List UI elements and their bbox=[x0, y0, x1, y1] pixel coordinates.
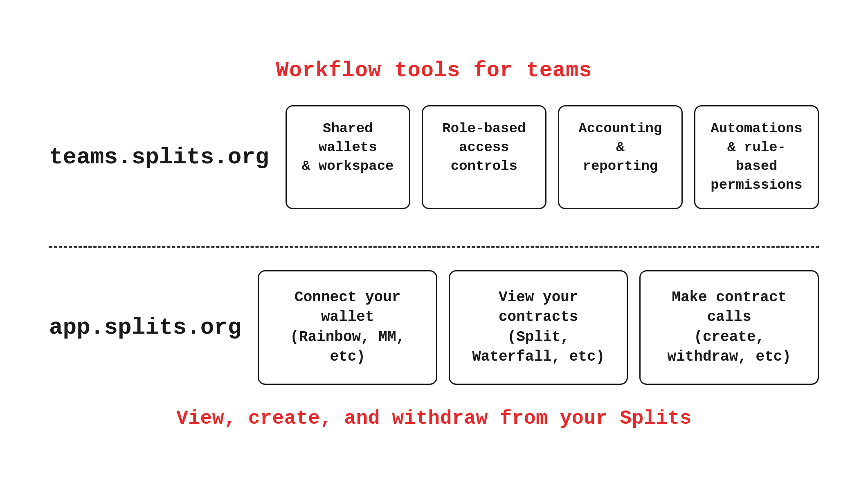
app-features-row: Connect your wallet (Rainbow, MM, etc) V… bbox=[258, 270, 819, 385]
feature-connect-wallet-line1: Connect your wallet bbox=[295, 289, 400, 326]
feature-automations: Automations & rule- based permissions bbox=[694, 105, 819, 209]
bottom-section: app.splits.org Connect your wallet (Rain… bbox=[49, 270, 819, 429]
feature-role-based-line1: Role-based bbox=[442, 121, 526, 136]
feature-role-based: Role-based access controls bbox=[422, 105, 546, 209]
feature-accounting-line2: reporting bbox=[583, 158, 658, 174]
feature-accounting-line1: Accounting & bbox=[578, 121, 662, 155]
feature-view-contracts: View your contracts (Split, Waterfall, e… bbox=[449, 270, 628, 385]
feature-automations-line2: based permissions bbox=[711, 158, 802, 193]
feature-make-calls-line2: (create, withdraw, etc) bbox=[668, 329, 791, 366]
section-divider bbox=[49, 246, 819, 248]
feature-view-contracts-line2: (Split, Waterfall, etc) bbox=[472, 329, 605, 366]
feature-connect-wallet: Connect your wallet (Rainbow, MM, etc) bbox=[258, 270, 437, 385]
teams-row: teams.splits.org Shared wallets & worksp… bbox=[49, 105, 819, 209]
teams-domain-label: teams.splits.org bbox=[49, 144, 269, 170]
feature-automations-line1: Automations & rule- bbox=[711, 121, 802, 155]
feature-shared-wallets-line1: Shared wallets bbox=[319, 121, 377, 155]
feature-role-based-line2: access controls bbox=[451, 140, 517, 174]
feature-view-contracts-line1: View your contracts bbox=[499, 289, 578, 326]
app-row: app.splits.org Connect your wallet (Rain… bbox=[49, 270, 819, 385]
feature-shared-wallets: Shared wallets & workspace bbox=[286, 105, 410, 209]
app-domain-label: app.splits.org bbox=[49, 314, 241, 341]
feature-connect-wallet-line2: (Rainbow, MM, etc) bbox=[290, 329, 405, 366]
feature-make-calls: Make contract calls (create, withdraw, e… bbox=[639, 270, 819, 385]
feature-make-calls-line1: Make contract calls bbox=[672, 289, 787, 326]
teams-features-row: Shared wallets & workspace Role-based ac… bbox=[286, 105, 819, 209]
feature-accounting: Accounting & reporting bbox=[558, 105, 683, 209]
top-section: Workflow tools for teams teams.splits.or… bbox=[49, 59, 819, 209]
main-container: Workflow tools for teams teams.splits.or… bbox=[0, 0, 868, 488]
feature-shared-wallets-line2: & workspace bbox=[302, 158, 394, 174]
bottom-tagline: View, create, and withdraw from your Spl… bbox=[176, 407, 692, 429]
workflow-title: Workflow tools for teams bbox=[276, 59, 592, 83]
